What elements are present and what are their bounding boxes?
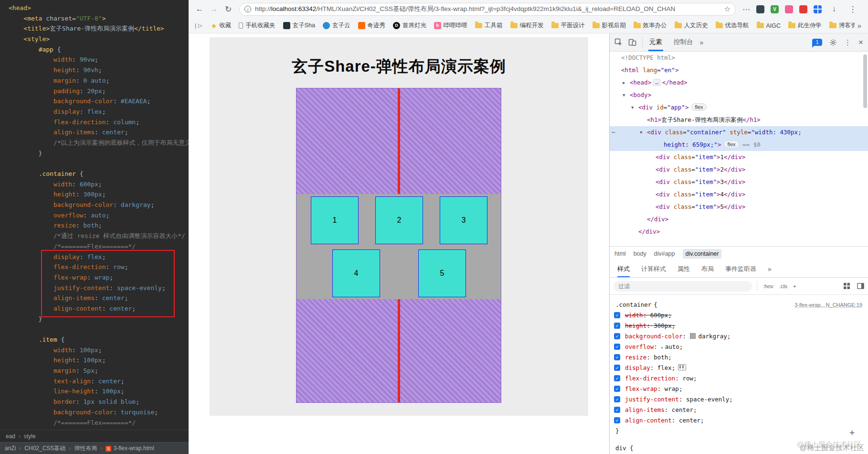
dom-tree-node[interactable]: <div class="item">4</div> [610, 188, 868, 201]
dom-tree-node[interactable]: <div class="item">2</div> [610, 163, 868, 176]
new-style-rule-button[interactable]: + [849, 427, 855, 438]
style-source-link[interactable]: 3-flex-wrap…N_CHANGE:19 [794, 300, 862, 310]
property-checkbox[interactable]: ✓ [614, 312, 620, 318]
node-menu-dots[interactable]: ⋯ [612, 126, 615, 139]
code-line[interactable]: border: 1px solid blue; [9, 397, 189, 407]
code-line[interactable]: <head> [9, 3, 189, 13]
bookmark-item[interactable]: b哔哩哔哩 [431, 20, 471, 32]
dom-tree-node[interactable]: </div> [610, 213, 868, 226]
code-line[interactable]: flex-direction: column; [9, 117, 189, 128]
expand-arrow-icon[interactable]: ▼ [623, 89, 625, 101]
property-checkbox[interactable]: ✓ [614, 354, 620, 360]
toggle-sidebar-icon[interactable] [857, 282, 864, 290]
bookmark-item[interactable]: 平面设计 [548, 20, 588, 32]
code-line[interactable]: <style> [9, 34, 189, 44]
extension-icon-red[interactable] [799, 5, 807, 13]
bookmark-item[interactable]: 效率办公 [630, 20, 670, 32]
expand-arrow-icon[interactable]: ▼ [640, 126, 642, 139]
bookmarks-overflow-icon[interactable]: » [855, 22, 864, 30]
code-line[interactable]: display: flex; [9, 107, 189, 117]
page-info-icon[interactable]: i [244, 6, 251, 12]
dom-tree-node[interactable]: ▼<div id="app">flex [610, 101, 868, 114]
bookmark-item[interactable]: 奇迹秀 [355, 20, 389, 32]
code-line[interactable]: align-items: center; [9, 127, 189, 138]
bookmark-item[interactable]: AIGC [753, 21, 784, 31]
code-line[interactable]: overflow: auto; [9, 210, 189, 221]
dom-tree-node[interactable]: <div class="item">5</div> [610, 201, 868, 213]
back-button[interactable]: ← [193, 4, 206, 14]
flex-editor-icon[interactable] [678, 364, 686, 370]
property-checkbox[interactable]: ✓ [614, 344, 620, 350]
sidebar-tab-item[interactable]: 属性 [677, 261, 690, 277]
dom-tree[interactable]: <!DOCTYPE html><html lang="en">▶<head>…<… [610, 52, 868, 246]
code-line[interactable] [9, 158, 189, 169]
style-toggle-button[interactable]: + [793, 283, 796, 289]
code-line[interactable]: width: 600px; [9, 179, 189, 190]
extensions-overflow-icon[interactable]: ⋯ [742, 5, 750, 14]
code-line[interactable]: <title>玄子Share-弹性布局演示案例</title> [9, 23, 189, 34]
css-property-row[interactable]: ✓width: 600px; [610, 310, 868, 321]
bookmark-item[interactable]: 编程开发 [507, 20, 547, 32]
url-text[interactable]: http://localhost:63342/HTML/XuanZi/CH02_… [255, 5, 721, 13]
css-property-row[interactable]: ✓overflow: ▸auto; [610, 342, 868, 352]
code-line[interactable]: height: 90vh; [9, 65, 189, 76]
status-path-item[interactable]: 弹性布局 [74, 445, 97, 452]
code-line[interactable]: line-height: 100px; [9, 386, 189, 397]
inspect-element-icon[interactable] [614, 38, 623, 46]
reload-button[interactable]: ↻ [222, 4, 234, 14]
status-path-item[interactable]: 53-flex-wrap.html [106, 445, 154, 452]
bookmark-item[interactable]: 博客资料 [826, 20, 855, 32]
rule-selector[interactable]: .container [615, 300, 651, 310]
extension-icon-pink[interactable] [785, 5, 793, 13]
dom-tree-node[interactable]: height: 659px;">flex == $0 [610, 139, 868, 151]
property-checkbox[interactable]: ✓ [614, 417, 620, 423]
bookmark-star-icon[interactable]: ☆ [724, 5, 730, 13]
expand-arrow-icon[interactable]: ▶ [623, 76, 625, 89]
forward-button[interactable]: → [208, 4, 220, 14]
panel-tab-item[interactable]: 控制台 [673, 33, 694, 51]
css-property-row[interactable]: ✓flex-direction: row; [610, 373, 868, 384]
bookmark-item[interactable]: 玄子云 [319, 20, 354, 32]
panel-tab-selected[interactable]: 元素 [648, 33, 663, 51]
css-property-row[interactable]: ✓align-items: center; [610, 405, 868, 415]
code-line[interactable]: <meta charset="UTF-8"> [9, 13, 189, 24]
more-sidebar-tabs-icon[interactable]: » [768, 265, 772, 273]
code-line[interactable] [9, 324, 189, 335]
shorthand-expand-icon[interactable]: ▸ [661, 345, 663, 350]
address-bar[interactable]: i http://localhost:63342/HTML/XuanZi/CH0… [239, 3, 736, 16]
bookmark-item[interactable]: 手机收藏夹 [235, 20, 279, 32]
code-line[interactable]: height: 100px; [9, 355, 189, 366]
dom-tree-node[interactable]: <h1>玄子Share-弹性布局演示案例</h1> [610, 114, 868, 126]
color-swatch[interactable] [690, 333, 696, 339]
side-panel-icon[interactable]: ❘▷ [193, 22, 203, 29]
dom-breadcrumb-item[interactable]: body [634, 250, 646, 257]
dom-tree-node[interactable]: <!DOCTYPE html> [610, 52, 868, 64]
code-line[interactable]: margin: 0 auto; [9, 76, 189, 86]
code-line[interactable]: /*以上为演示案例的底板样式，仅用于布局无意义*/ [9, 138, 189, 148]
property-checkbox[interactable]: ✓ [614, 323, 620, 329]
dom-tree-node[interactable]: ▼<body> [610, 89, 868, 101]
bookmark-item[interactable]: 玄子Sha [280, 20, 318, 32]
scrollbar-thumb[interactable] [863, 54, 867, 108]
property-checkbox[interactable]: ✓ [614, 396, 620, 402]
code-editor[interactable]: <head> <meta charset="UTF-8"> <title>玄子S… [9, 3, 189, 428]
code-line[interactable]: text-align: center; [9, 376, 189, 387]
property-checkbox[interactable]: ✓ [614, 333, 620, 339]
dom-tree-node[interactable]: ⋯▼<div class="container" style="width: 4… [610, 126, 868, 139]
dom-tree-node[interactable]: <html lang="en"> [610, 64, 868, 76]
rendering-grid-icon[interactable] [843, 282, 850, 290]
style-toggle-button[interactable]: .cls [779, 283, 787, 289]
code-line[interactable]: width: 90vw; [9, 54, 189, 65]
code-line[interactable]: background-color: darkgray; [9, 200, 189, 210]
bookmark-item[interactable]: 优选导航 [712, 20, 752, 32]
extension-icon-grid[interactable] [814, 5, 822, 13]
dom-tree-node[interactable]: ▶<head>…</head> [610, 76, 868, 89]
sidebar-tab-item[interactable]: 布局 [701, 261, 714, 277]
ide-breadcrumb[interactable]: ead›style [0, 430, 189, 442]
settings-gear-icon[interactable] [829, 39, 837, 46]
flex-badge[interactable]: flex [724, 141, 739, 148]
flex-badge[interactable]: flex [691, 103, 706, 111]
devtools-close-icon[interactable]: × [858, 38, 863, 47]
breadcrumb-segment[interactable]: style [24, 433, 36, 440]
expand-arrow-icon[interactable]: ▼ [631, 101, 634, 114]
